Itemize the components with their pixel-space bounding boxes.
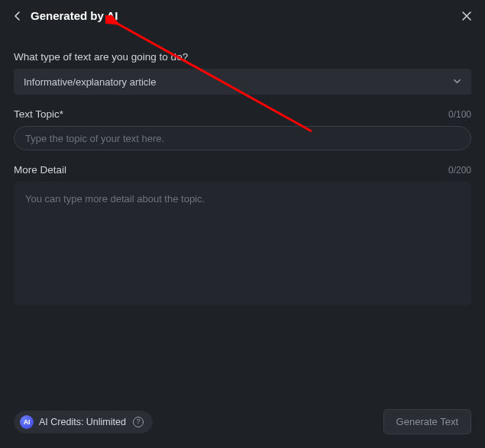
ai-badge-icon: AI	[20, 415, 34, 429]
detail-label-row: More Detail 0/200	[14, 164, 471, 176]
type-label: What type of text are you going to do?	[14, 51, 188, 63]
form-content: What type of text are you going to do? I…	[0, 30, 485, 308]
type-label-row: What type of text are you going to do?	[14, 51, 471, 63]
credits-pill[interactable]: AI AI Credits: Unlimited ?	[14, 411, 153, 433]
text-type-select[interactable]: Informative/explanatory article	[14, 69, 471, 95]
credits-text: AI Credits: Unlimited	[39, 417, 126, 427]
detail-label: More Detail	[14, 164, 66, 176]
header: Generated by AI	[0, 0, 485, 30]
chevron-down-icon	[453, 76, 461, 88]
topic-input[interactable]	[14, 126, 471, 150]
close-icon[interactable]	[461, 10, 473, 22]
info-icon[interactable]: ?	[133, 417, 144, 427]
detail-textarea[interactable]	[14, 182, 471, 305]
back-icon[interactable]	[12, 11, 23, 21]
footer: AI AI Credits: Unlimited ? Generate Text	[0, 409, 485, 434]
detail-counter: 0/200	[448, 165, 471, 176]
topic-label-row: Text Topic* 0/100	[14, 108, 471, 120]
generate-text-button[interactable]: Generate Text	[383, 409, 471, 434]
page-title: Generated by AI	[31, 9, 118, 22]
text-type-selected: Informative/explanatory article	[24, 76, 156, 88]
topic-label: Text Topic*	[14, 108, 63, 120]
topic-counter: 0/100	[448, 109, 471, 120]
